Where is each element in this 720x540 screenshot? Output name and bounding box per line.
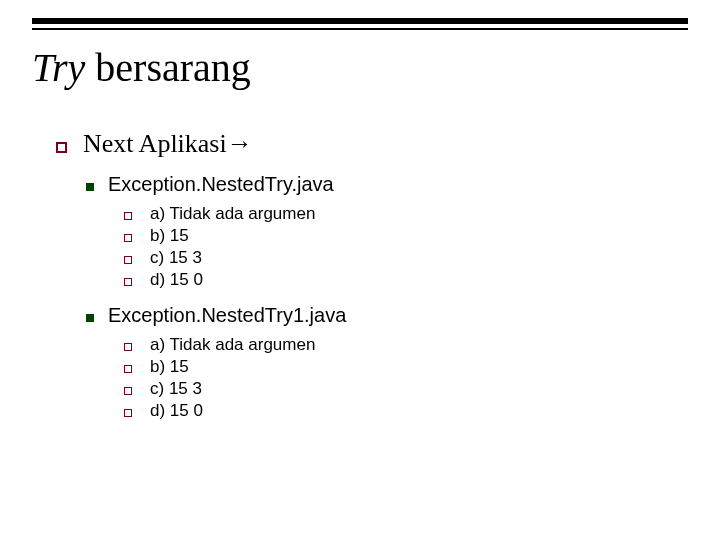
title-rest: bersarang (85, 45, 250, 90)
slide-content: Next Aplikasi→ Exception.NestedTry.java … (56, 128, 346, 435)
list-item: c) 15 3 (150, 248, 202, 268)
bullet-level2: Exception.NestedTry1.java (86, 304, 346, 327)
small-hollow-square-bullet-icon (124, 365, 132, 373)
list-item: b) 15 (150, 226, 189, 246)
arrow-right-icon: → (227, 128, 253, 159)
small-hollow-square-bullet-icon (124, 278, 132, 286)
bullet-level3: b) 15 (124, 357, 346, 377)
bullet-level1: Next Aplikasi→ (56, 128, 346, 159)
level1-text: Next Aplikasi (83, 129, 227, 159)
bullet-level3: a) Tidak ada argumen (124, 204, 346, 224)
section-heading: Exception.NestedTry1.java (108, 304, 346, 327)
small-hollow-square-bullet-icon (124, 409, 132, 417)
small-hollow-square-bullet-icon (124, 212, 132, 220)
bullet-level3: a) Tidak ada argumen (124, 335, 346, 355)
small-hollow-square-bullet-icon (124, 343, 132, 351)
list-item: b) 15 (150, 357, 189, 377)
list-item: a) Tidak ada argumen (150, 204, 315, 224)
small-hollow-square-bullet-icon (124, 234, 132, 242)
small-hollow-square-bullet-icon (124, 256, 132, 264)
bullet-level3: d) 15 0 (124, 401, 346, 421)
slide-title: Try bersarang (32, 46, 251, 90)
list-item: d) 15 0 (150, 401, 203, 421)
bullet-level3: b) 15 (124, 226, 346, 246)
section: Exception.NestedTry1.java a) Tidak ada a… (56, 304, 346, 421)
list-item: a) Tidak ada argumen (150, 335, 315, 355)
small-hollow-square-bullet-icon (124, 387, 132, 395)
bullet-level3: d) 15 0 (124, 270, 346, 290)
list-item: c) 15 3 (150, 379, 202, 399)
bullet-level3: c) 15 3 (124, 379, 346, 399)
section-heading: Exception.NestedTry.java (108, 173, 334, 196)
solid-square-bullet-icon (86, 183, 94, 191)
solid-square-bullet-icon (86, 314, 94, 322)
title-rule-thin (32, 28, 688, 30)
slide: Try bersarang Next Aplikasi→ Exception.N… (0, 0, 720, 540)
title-italic-word: Try (32, 45, 85, 90)
hollow-square-bullet-icon (56, 142, 67, 153)
bullet-level2: Exception.NestedTry.java (86, 173, 346, 196)
bullet-level3: c) 15 3 (124, 248, 346, 268)
title-rule-thick (32, 18, 688, 24)
section: Exception.NestedTry.java a) Tidak ada ar… (56, 173, 346, 290)
list-item: d) 15 0 (150, 270, 203, 290)
